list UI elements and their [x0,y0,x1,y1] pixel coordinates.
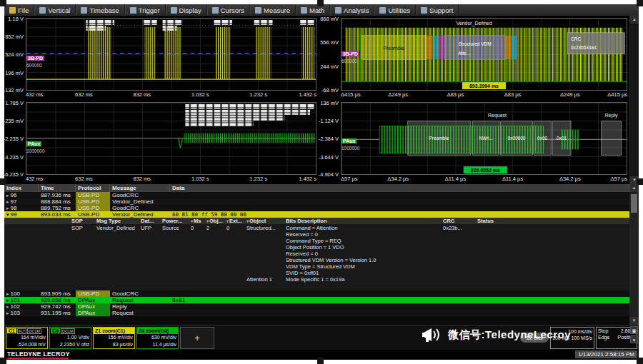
selection-handle[interactable] [637,0,643,6]
filter-caret-icon[interactable]: ▾ [206,219,209,223]
filter-caret-icon[interactable]: ▾ [246,219,249,223]
x-tick-label: 1.232 s [249,91,267,98]
grid-dpaux[interactable] [26,102,316,175]
waveform-panel-dpaux: 1.785 V -235 mV -2.235 V -4.235 V -6.235… [4,100,319,184]
protocol-decode-table: Index Time Protocol Message Data ▸96 887… [4,184,629,325]
x-axis: 432 ms 632 ms 832 ms 1.032 s 1.232 s 1.4… [26,176,316,183]
detail-data-role: UFP [141,225,162,231]
table-row[interactable]: ▸96 887.936 ms USB-PD GoodCRC [4,192,629,198]
menu-item-measure[interactable]: Measure [250,4,296,16]
coupling-badge: DC1M [27,328,41,334]
y-tick-label: 136 mV [320,100,339,106]
filter-caret-icon[interactable]: ▾ [226,219,229,223]
selection-handle[interactable] [637,178,643,185]
x-tick-label: Δ249 µs [388,91,408,98]
expander-icon[interactable]: ▸ [6,291,9,296]
expander-icon[interactable]: ▸ [6,310,9,315]
table-row[interactable]: ▸100 893.909 ms USB-PD GoodCRC [4,290,629,297]
c4-trace [26,103,316,174]
scroll-down-icon[interactable]: ▼ [629,317,639,325]
menu-item-support[interactable]: Support [416,4,459,16]
x-tick-label: 1.232 s [249,176,267,182]
expander-icon[interactable]: ▸ [6,304,9,309]
x-tick-label: 432 ms [26,91,44,98]
decode-label-usbpd: 3B-PD 600000 [342,46,359,64]
col-header-time[interactable]: Time [39,184,76,192]
selection-handle[interactable] [0,358,6,364]
selection-handle[interactable] [637,358,643,364]
table-row[interactable]: ▸97 888.884 ms USB-PD Vendor_Defined [4,198,629,205]
table-row[interactable]: ▸103 931.195 ms DPAux Request [4,310,629,316]
menu-item-analysis[interactable]: Analysis [330,4,374,16]
add-trace-button[interactable]: + [180,327,214,349]
nwrite-field-label: NWri... [479,136,493,141]
waveform-panel-dpaux-zoom: 136 mV -1.124 V -2.384 V -3.644 V -4.904… [319,100,629,184]
c1-trace [26,19,316,90]
detail-body: SOP Vendor_Defined UFP Source 0 2 0 Stru… [4,224,629,290]
col-header-data[interactable]: Data [170,184,629,192]
menu-item-math[interactable]: Math [296,4,330,16]
screen-capture-icon[interactable]: ▣ [630,326,638,334]
descriptor-z4[interactable]: Z4 zoom(C4) 630 mV/div 11.4 µs/div [136,327,179,349]
selection-handle[interactable] [0,178,6,185]
x-tick-label: Δ34.2 µs [559,176,581,182]
menu-item-trigger[interactable]: Trigger [125,4,166,16]
scroll-up-icon[interactable]: ▲ [630,16,639,24]
y-tick-label: -68 mV [322,86,339,93]
descriptor-z1[interactable]: Z1 zoom(C1) 156 mV/div 83 µs/div [93,327,135,349]
filter-caret-icon[interactable]: ▾ [191,219,193,223]
grid-usbpd[interactable] [26,18,316,91]
detail-msg-type: Vendor_Defined [96,225,141,231]
grid-dpaux-zoom[interactable]: Request Reply Preamble NWri... 0x00600 0… [341,102,627,175]
expander-icon[interactable]: ▸ [6,206,9,211]
grid-usbpd-zoom[interactable]: Vendor_Defined Preamble Structured VDM A… [341,18,627,91]
x-tick-label: Δ57 µs [341,176,358,182]
selection-handle[interactable] [317,0,324,6]
detail-header-row: SOP Msg Type Dat... Power... ▾Ms ▾Obj...… [4,218,629,224]
expanded-icon[interactable]: ▾ [6,212,9,217]
col-header-protocol[interactable]: Protocol [76,184,110,192]
table-row-selected[interactable]: ▸101 929.658 ms DPAux Request 0x01 [4,297,629,303]
col-header-index[interactable]: Index [4,184,39,192]
y-tick-label: 1.785 V [5,100,24,106]
x-tick-label: Δ83 µs [447,91,464,98]
expander-icon[interactable]: ▸ [6,199,9,204]
cursors-icon [212,7,219,14]
math-icon [301,7,307,14]
table-header-row: Index Time Protocol Message Data [4,184,629,192]
selection-handle[interactable] [0,0,6,6]
menu-item-timebase[interactable]: Timebase [76,4,124,16]
descriptor-c1[interactable]: C1 FLT DC1M 164 mV/div -524.008 mV [6,327,48,349]
z1-trace: Vendor_Defined Preamble Structured VDM A… [342,19,627,90]
table-row-selected[interactable]: ▾99 893.033 ms USB-PD Vendor_Defined 60 … [4,211,629,218]
detail-obj-count: 2 [206,225,226,231]
oscilloscope-app: File Vertical Timebase Trigger Display C… [4,4,639,360]
collapse-panel-icon[interactable]: ▾ [630,335,638,343]
address-field-value: 0x00600 [508,136,526,141]
y-tick-label: -235 mV [4,117,24,123]
expander-icon[interactable]: ▸ [6,298,9,303]
watermark: 微信号:TeledyneLecroy [422,325,571,344]
scrollbar-thumb[interactable] [631,194,637,213]
menu-item-cursors[interactable]: Cursors [207,4,250,16]
byte1-field-value: 0x01 [557,136,567,141]
expander-icon[interactable]: ▸ [6,193,9,198]
table-row[interactable]: ▸102 929.742 ms DPAux Reply [4,303,629,310]
decode-label-usbpd: 3B-PD 600000 [26,50,44,69]
preamble-field-label: Preamble [429,136,449,141]
table-row[interactable]: ▸98 889.752 ms USB-PD GoodCRC [4,205,629,211]
y-tick-label: -2.235 V [4,136,24,142]
menu-item-utilities[interactable]: Utilities [374,4,416,16]
menu-item-vertical[interactable]: Vertical [34,4,76,16]
selection-handle[interactable] [317,358,324,364]
menu-item-display[interactable]: Display [166,4,207,16]
scroll-up-icon[interactable]: ▲ [629,184,639,192]
col-header-message[interactable]: Message [110,184,170,192]
y-tick-label: 852 mV [5,33,24,39]
menu-item-file[interactable]: File [4,4,34,16]
teledyne-lecroy-logo: TELEDYNE LECROY [7,350,70,358]
datetime-display: 1/13/2021 2:58:15 PM [575,350,637,358]
descriptor-c4[interactable]: C4 DC1M 1.00 V/div 2.2350 V ofst [49,327,91,349]
table-scrollbar[interactable]: ▲ ▼ [629,184,639,325]
display-icon [171,7,177,14]
